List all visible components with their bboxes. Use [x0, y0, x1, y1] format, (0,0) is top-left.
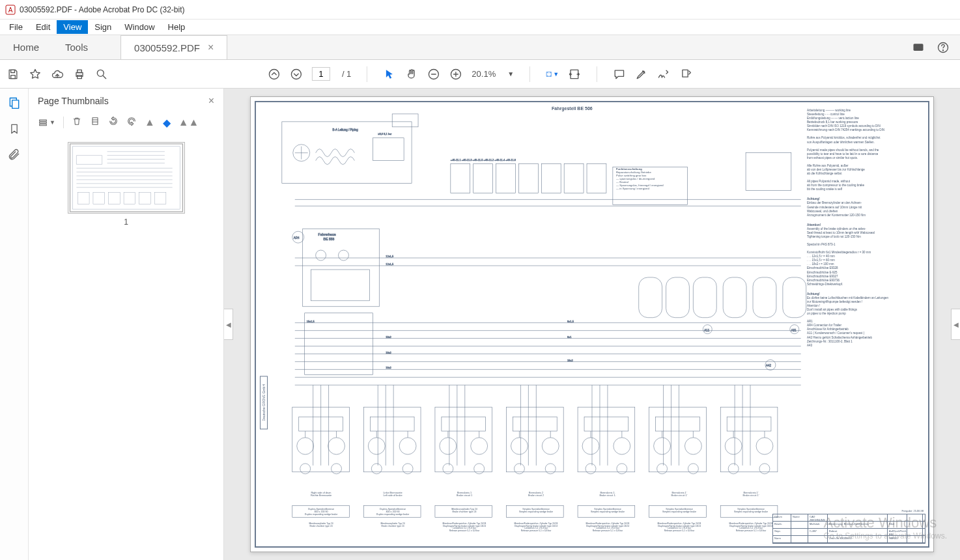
rotate-ccw-icon[interactable] — [108, 116, 119, 129]
thumbnails-toolbar: ▼ ▲ ◆ ▲▲ — [29, 113, 223, 135]
highlight-icon[interactable] — [635, 68, 648, 81]
print-icon[interactable] — [73, 68, 86, 81]
svg-rect-46 — [564, 164, 584, 193]
attachment-icon[interactable] — [8, 148, 21, 161]
svg-rect-27 — [70, 144, 182, 212]
tab-tools[interactable]: Tools — [52, 35, 101, 59]
cloud-upload-icon[interactable] — [51, 68, 64, 81]
sign-icon[interactable] — [657, 68, 670, 81]
thumbnails-panel: Page Thumbnails × ▼ ▲ ◆ ▲▲ 1 — [29, 89, 224, 560]
zoom-in-icon[interactable] — [449, 68, 462, 81]
left-rail — [0, 89, 29, 560]
thumbnails-icon[interactable] — [8, 96, 21, 109]
zoom-mid-icon[interactable]: ◆ — [163, 117, 171, 129]
page-total: / 1 — [342, 69, 351, 79]
document-canvas[interactable]: ◀ ◀ Fahrgestell BE 506 B-A Leitung / Pip… — [224, 89, 960, 560]
svg-text:A11: A11 — [704, 329, 709, 332]
notification-icon[interactable] — [912, 41, 925, 54]
rotate-cw-icon[interactable] — [126, 116, 137, 129]
stamp-icon[interactable] — [679, 68, 692, 81]
svg-text:15x1,5: 15x1,5 — [307, 320, 315, 323]
zoom-out-icon[interactable] — [427, 68, 440, 81]
svg-rect-60 — [693, 277, 716, 318]
svg-text:≥8,0 8,1 bar: ≥8,0 8,1 bar — [378, 132, 392, 135]
zoom-large-icon[interactable]: ▲▲ — [178, 117, 199, 128]
svg-rect-47 — [587, 164, 606, 193]
menubar: File Edit View Sign Window Help — [0, 20, 960, 35]
zoom-level[interactable]: 20.1% — [472, 69, 496, 79]
svg-rect-63 — [783, 277, 806, 318]
svg-rect-44 — [518, 164, 538, 193]
tab-document[interactable]: 03005592.PDF × — [120, 35, 227, 59]
svg-rect-42 — [473, 164, 493, 193]
svg-point-15 — [291, 69, 301, 79]
menu-view[interactable]: View — [57, 20, 88, 34]
svg-rect-45 — [541, 164, 561, 193]
freigabe: Freigabe: 25.06.98 — [901, 509, 924, 512]
search-icon[interactable] — [95, 68, 108, 81]
fit-page-icon[interactable]: ▼ — [546, 68, 559, 81]
menu-edit[interactable]: Edit — [29, 20, 57, 34]
svg-rect-59 — [666, 277, 690, 318]
hand-icon[interactable] — [405, 68, 418, 81]
comment-icon[interactable] — [613, 68, 626, 81]
fit-width-icon[interactable] — [568, 68, 581, 81]
thumbnail-label: 1 — [124, 217, 128, 227]
page-down-icon[interactable] — [290, 68, 303, 81]
options-icon[interactable]: ▼ — [38, 117, 55, 128]
svg-text:A: A — [8, 7, 13, 14]
delete-icon[interactable] — [72, 116, 82, 129]
pdf-page: Fahrgestell BE 506 B-A Leitung / Piping … — [250, 96, 934, 552]
close-icon[interactable]: × — [208, 42, 214, 53]
help-icon[interactable] — [937, 41, 950, 54]
zoom-small-icon[interactable]: ▲ — [145, 117, 155, 128]
svg-text:AR4: AR4 — [294, 236, 300, 240]
bookmark-icon[interactable] — [8, 122, 21, 135]
svg-rect-51 — [303, 229, 380, 307]
svg-point-4 — [918, 46, 919, 48]
thumbnail-page-1[interactable] — [68, 142, 185, 214]
svg-text:18x2: 18x2 — [386, 366, 391, 369]
save-icon[interactable] — [7, 68, 20, 81]
svg-text:B-A Leitung / Piping: B-A Leitung / Piping — [333, 128, 359, 132]
svg-point-3 — [915, 46, 916, 48]
svg-rect-23 — [40, 120, 47, 121]
close-panel-icon[interactable]: × — [208, 95, 214, 107]
collapse-left-icon[interactable]: ◀ — [224, 309, 233, 340]
tab-home-label: Home — [13, 42, 39, 53]
page-up-icon[interactable] — [268, 68, 281, 81]
page-number-input[interactable] — [312, 67, 330, 81]
chevron-down-icon[interactable]: ▼ — [507, 70, 514, 77]
tabbar: Home Tools 03005592.PDF × — [0, 35, 960, 60]
svg-text:18x2: 18x2 — [386, 335, 391, 339]
collapse-right-icon[interactable]: ◀ — [951, 309, 960, 340]
svg-rect-20 — [683, 70, 688, 77]
insert-page-icon[interactable] — [90, 116, 100, 129]
tab-home[interactable]: Home — [0, 35, 52, 59]
svg-point-13 — [97, 70, 104, 76]
svg-text:A42: A42 — [766, 364, 771, 367]
menu-window[interactable]: Window — [118, 20, 161, 34]
pointer-icon[interactable] — [383, 68, 396, 81]
menu-sign[interactable]: Sign — [88, 20, 118, 34]
svg-point-86 — [332, 464, 342, 474]
star-icon[interactable] — [29, 68, 42, 81]
svg-point-82 — [297, 438, 314, 455]
svg-point-54 — [316, 250, 326, 260]
titleblock: Freigabe: 25.06.98 DatumNameCAD ZEICHNUN… — [772, 514, 925, 544]
svg-rect-50 — [746, 153, 791, 191]
svg-point-7 — [943, 49, 944, 50]
menu-file[interactable]: File — [3, 20, 29, 34]
svg-text:Fahrerhaus: Fahrerhaus — [318, 232, 336, 236]
svg-point-55 — [339, 250, 349, 260]
menu-help[interactable]: Help — [162, 20, 192, 34]
funktionsschaltung-box: Funktionsschaltung Reparaturschaltung Ge… — [616, 167, 688, 190]
svg-rect-9 — [11, 75, 16, 78]
svg-rect-43 — [496, 164, 516, 193]
svg-rect-57 — [305, 313, 373, 375]
window-title: 03005592.PDF - Adobe Acrobat Pro DC (32-… — [20, 5, 184, 14]
svg-text:6x1,5: 6x1,5 — [567, 320, 574, 323]
svg-rect-8 — [11, 70, 15, 72]
svg-rect-40 — [392, 114, 418, 127]
svg-text:18x2: 18x2 — [386, 351, 391, 354]
